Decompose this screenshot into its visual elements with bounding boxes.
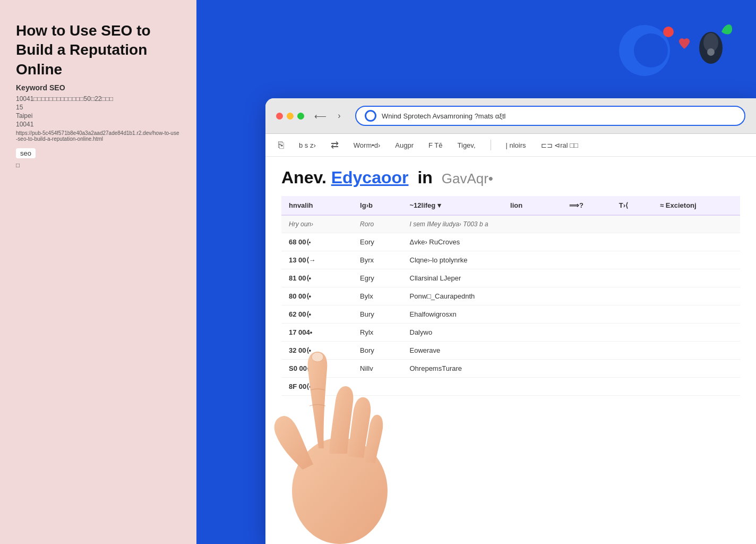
table-row: 13 00⟨→ Byrx Clqne›-lo ptolynrke — [281, 251, 740, 269]
cell-metric-2: 13 00⟨→ — [281, 251, 353, 269]
cell-type-1: Eory — [353, 233, 402, 251]
keyword-label: Keyword SEO — [16, 83, 181, 92]
meta-line1: 10041□□□□□□□□□□□□□50□22□□□ — [16, 95, 181, 103]
table-subheader-row: Hry oun› Roro I sem IMey iludya› T003 b … — [281, 215, 740, 233]
page-title: How to Use SEO to Build a Reputation Onl… — [16, 21, 181, 79]
svg-point-5 — [707, 48, 715, 56]
traffic-lights — [276, 113, 304, 120]
cell-metric-1: 68 00⟨• — [281, 233, 353, 251]
cell-type-2: Byrx — [353, 251, 402, 269]
svg-point-2 — [663, 27, 674, 37]
nav-controls: ⟵ › — [313, 108, 347, 123]
left-panel: How to Use SEO to Build a Reputation Onl… — [0, 0, 196, 544]
close-button[interactable] — [276, 113, 283, 120]
toolbar-item-augpr[interactable]: Augpr — [395, 141, 414, 149]
browser-toolbar: ⎘ b s z› ⇄ Worm•d› Augpr F Tē Tigev, | n… — [265, 134, 756, 157]
cell-desc-1: Δvke› RuCroves — [402, 233, 741, 251]
title-highlighted: Edycaoor — [331, 168, 409, 187]
cell-desc-8: OhrepemsTurare — [402, 360, 741, 378]
title-part1: Anev. — [281, 168, 327, 187]
col-header-4: lion — [503, 196, 562, 215]
toolbar-item-1[interactable]: b s z› — [299, 141, 316, 149]
cell-desc-5: Ehalfowigrosxn — [402, 305, 741, 324]
hand-overlay — [265, 278, 435, 544]
meta-postal: 10041 — [16, 121, 181, 128]
meta-url: https://pub-5c454f571b8e40a3a2aad27ade84… — [16, 130, 181, 142]
table-header-row: hnvalih lg›b ~12lifeg ▾ lion ⟹? T›⟨ ≈ Ex… — [281, 196, 740, 215]
subheader-2: Roro — [353, 215, 402, 233]
right-area: ⟵ › Wnind Sprotech Avsamroning ?mats αξt… — [196, 0, 756, 544]
toolbar-item-nloirs[interactable]: | nloirs — [506, 141, 526, 149]
col-header-2: lg›b — [353, 196, 402, 215]
col-header-5: ⟹? — [562, 196, 612, 215]
toolbar-item-worm[interactable]: Worm•d› — [354, 141, 381, 149]
subheader-1: Hry oun› — [281, 215, 353, 233]
cell-desc-9 — [402, 378, 741, 396]
brand-icons-area — [618, 16, 735, 85]
subheader-4 — [562, 215, 612, 233]
browser-chrome: ⟵ › Wnind Sprotech Avsamroning ?mats αξt… — [265, 98, 756, 134]
cell-desc-4: Ponw□_Caurapednth — [402, 287, 741, 305]
address-bar[interactable]: Wnind Sprotech Avsamroning ?mats αξtl — [355, 106, 745, 126]
toolbar-item-te[interactable]: F Tē — [428, 141, 443, 149]
toolbar-item-aral[interactable]: ⊏⊐ ⊲ral □□ — [541, 141, 578, 149]
brand-logos-svg — [618, 16, 735, 85]
meta-city: Taipei — [16, 112, 181, 120]
subheader-6 — [652, 215, 740, 233]
browser-window: ⟵ › Wnind Sprotech Avsamroning ?mats αξt… — [265, 98, 756, 544]
hand-svg — [265, 289, 425, 544]
subheader-3: I sem IMey iludya› T003 b a — [402, 215, 562, 233]
meta-line2: 15 — [16, 104, 181, 111]
toolbar-icon-2[interactable]: ⇄ — [331, 139, 339, 151]
title-part3: GavAqr• — [442, 171, 493, 186]
forward-icon[interactable]: › — [332, 108, 347, 123]
col-header-6: T›⟨ — [612, 196, 652, 215]
cell-desc-6: Dalywo — [402, 324, 741, 342]
table-row: 68 00⟨• Eory Δvke› RuCroves — [281, 233, 740, 251]
svg-point-1 — [634, 33, 668, 67]
cell-desc-3: Cllarsinal LJeper — [402, 269, 741, 287]
toolbar-item-tigev[interactable]: Tigev, — [458, 141, 476, 149]
svg-point-7 — [312, 352, 323, 362]
content-header: Anev. Edycaoor in GavAqr• — [281, 167, 740, 188]
seo-tag: seo — [16, 148, 36, 158]
title-part2: in — [417, 168, 432, 187]
maximize-button[interactable] — [297, 113, 304, 120]
back-icon[interactable]: ⟵ — [313, 108, 328, 123]
col-header-1: hnvalih — [281, 196, 353, 215]
subheader-5 — [612, 215, 652, 233]
col-header-7: ≈ Excietonj — [652, 196, 740, 215]
col-header-3: ~12lifeg ▾ — [402, 196, 503, 215]
minimize-button[interactable] — [287, 113, 294, 120]
cell-desc-7: Eowerave — [402, 342, 741, 360]
toolbar-separator — [491, 140, 491, 150]
toolbar-icon-1[interactable]: ⎘ — [278, 140, 284, 151]
icon-placeholder: □ — [16, 162, 181, 169]
address-text: Wnind Sprotech Avsamroning ?mats αξtl — [382, 112, 736, 120]
cell-desc-2: Clqne›-lo ptolynrke — [402, 251, 741, 269]
address-circle-icon — [365, 110, 376, 122]
content-title: Anev. Edycaoor in GavAqr• — [281, 167, 740, 188]
